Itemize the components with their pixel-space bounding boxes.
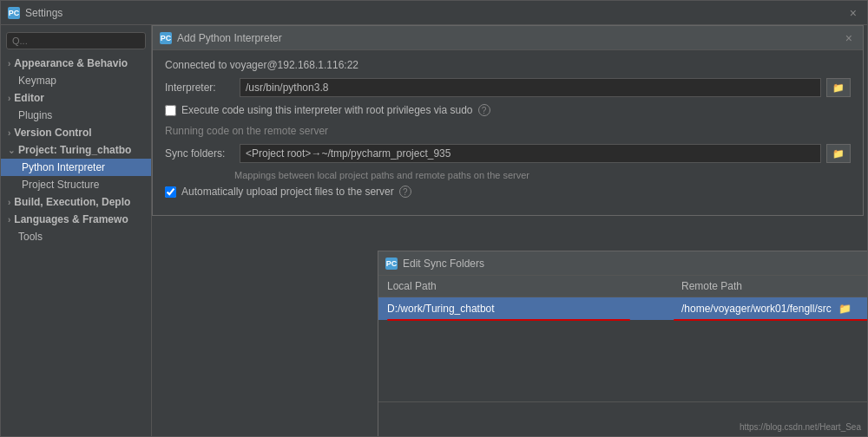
search-input[interactable] xyxy=(6,32,146,49)
auto-upload-help-icon[interactable]: ? xyxy=(399,186,411,198)
sidebar-item-keymap[interactable]: Keymap xyxy=(1,72,151,89)
connection-info: Connected to voyager@192.168.1.116:22 xyxy=(165,59,851,71)
chevron-right-icon: › xyxy=(8,128,10,138)
auto-upload-label: Automatically upload project files to th… xyxy=(181,186,394,198)
sidebar-item-label: Keymap xyxy=(18,75,56,87)
sidebar-item-languages[interactable]: › Languages & Framewo xyxy=(1,211,151,228)
chevron-right-icon: › xyxy=(8,198,10,207)
watermark: https://blog.csdn.net/Heart_Sea xyxy=(740,422,861,432)
dialog-title-left: PC Add Python Interpreter xyxy=(160,32,282,44)
sync-folders-row: Sync folders: 📁 xyxy=(165,144,851,163)
sync-table-header: Local Path Remote Path xyxy=(378,276,867,297)
add-interpreter-title: Add Python Interpreter xyxy=(177,32,282,44)
root-privileges-checkbox[interactable] xyxy=(165,105,176,116)
root-privileges-checkbox-row: Execute code using this interpreter with… xyxy=(165,104,851,116)
help-icon[interactable]: ? xyxy=(478,104,490,116)
sidebar-item-plugins[interactable]: Plugins xyxy=(1,107,151,124)
edit-sync-dialog: PC Edit Sync Folders × Local Path Remote… xyxy=(378,251,867,436)
sync-table-row[interactable]: D:/work/Turing_chatbot /home/voyager/wor… xyxy=(378,297,867,320)
add-interpreter-body: Connected to voyager@192.168.1.116:22 In… xyxy=(153,50,863,215)
settings-titlebar: PC Settings × xyxy=(1,1,867,25)
settings-title: Settings xyxy=(25,7,62,19)
red-underline-local xyxy=(387,319,630,321)
sidebar-item-label: Appearance & Behavio xyxy=(14,57,128,69)
sidebar-item-editor[interactable]: › Editor xyxy=(1,89,151,107)
sidebar-item-label: Project Structure xyxy=(22,179,99,191)
edit-sync-title: Edit Sync Folders xyxy=(403,258,484,270)
sidebar-item-appearance[interactable]: › Appearance & Behavio xyxy=(1,55,151,72)
pc-sync-icon: PC xyxy=(385,258,398,270)
sidebar-item-version-control[interactable]: › Version Control xyxy=(1,124,151,141)
sync-table-empty-space xyxy=(378,320,867,389)
remote-path: /home/voyager/work01/fengll/src 📁 xyxy=(681,303,867,315)
interpreter-label: Interpreter: xyxy=(165,82,234,94)
edit-sync-body: Local Path Remote Path D:/work/Turing_ch… xyxy=(378,276,867,436)
settings-body: › Appearance & Behavio Keymap › Editor P… xyxy=(1,25,867,436)
chevron-right-icon: › xyxy=(8,94,10,103)
interpreter-input[interactable] xyxy=(240,78,821,97)
auto-upload-checkbox[interactable] xyxy=(165,186,176,198)
pc-logo-icon: PC xyxy=(8,7,20,19)
interpreter-field-row: Interpreter: 📁 xyxy=(165,78,851,97)
add-interpreter-dialog: PC Add Python Interpreter × Connected to… xyxy=(152,25,864,216)
chevron-right-icon: › xyxy=(8,59,10,68)
edit-sync-title-left: PC Edit Sync Folders xyxy=(385,258,484,270)
interpreter-browse-button[interactable]: 📁 xyxy=(826,78,851,97)
sync-table-body: D:/work/Turing_chatbot /home/voyager/wor… xyxy=(378,297,867,401)
sidebar-item-label: Plugins xyxy=(18,109,52,121)
col-local-header: Local Path xyxy=(387,280,681,292)
sidebar-item-label: Tools xyxy=(18,231,43,243)
main-content: PC Add Python Interpreter × Connected to… xyxy=(152,25,867,436)
sidebar-item-tools[interactable]: Tools xyxy=(1,228,151,245)
edit-sync-titlebar: PC Edit Sync Folders × xyxy=(378,251,867,276)
sync-folders-hint: Mappings between local project paths and… xyxy=(234,170,851,180)
add-interpreter-titlebar: PC Add Python Interpreter × xyxy=(153,26,863,50)
settings-window: PC Settings × › Appearance & Behavio Key… xyxy=(0,0,868,437)
sidebar-item-label: Version Control xyxy=(14,127,91,139)
sidebar-item-build[interactable]: › Build, Execution, Deplo xyxy=(1,193,151,211)
sidebar-item-project-structure[interactable]: Project Structure xyxy=(1,176,151,193)
sidebar-item-project[interactable]: ⌄ Project: Turing_chatbo xyxy=(1,141,151,159)
chevron-right-icon: › xyxy=(8,215,10,225)
section-title: Running code on the remote server xyxy=(165,125,851,137)
folder-browse-icon: 📁 xyxy=(832,148,845,160)
pc-dialog-icon: PC xyxy=(160,32,172,44)
titlebar-left: PC Settings xyxy=(8,7,62,19)
sidebar-item-label: Editor xyxy=(14,92,44,104)
auto-upload-checkbox-row: Automatically upload project files to th… xyxy=(165,186,851,198)
local-path: D:/work/Turing_chatbot xyxy=(387,303,681,315)
col-remote-header: Remote Path xyxy=(681,280,867,292)
remote-browse-icon: 📁 xyxy=(838,303,852,315)
folder-icon: 📁 xyxy=(832,82,845,94)
settings-close-button[interactable]: × xyxy=(846,4,860,22)
sync-folders-label: Sync folders: xyxy=(165,147,234,160)
sidebar: › Appearance & Behavio Keymap › Editor P… xyxy=(1,25,152,436)
sidebar-item-python-interpreter[interactable]: Python Interpreter xyxy=(1,159,151,176)
sidebar-item-label: Build, Execution, Deplo xyxy=(14,196,130,208)
red-underline-remote xyxy=(674,319,867,321)
sidebar-item-label: Languages & Framewo xyxy=(14,213,128,225)
chevron-down-icon: ⌄ xyxy=(8,146,15,155)
root-privileges-label: Execute code using this interpreter with… xyxy=(181,104,473,116)
sync-folders-browse-button[interactable]: 📁 xyxy=(826,144,851,163)
sync-folders-input[interactable] xyxy=(240,144,821,163)
add-interpreter-close-button[interactable]: × xyxy=(842,29,856,47)
sidebar-item-label: Project: Turing_chatbo xyxy=(18,144,131,156)
sidebar-item-label: Python Interpreter xyxy=(22,161,105,173)
